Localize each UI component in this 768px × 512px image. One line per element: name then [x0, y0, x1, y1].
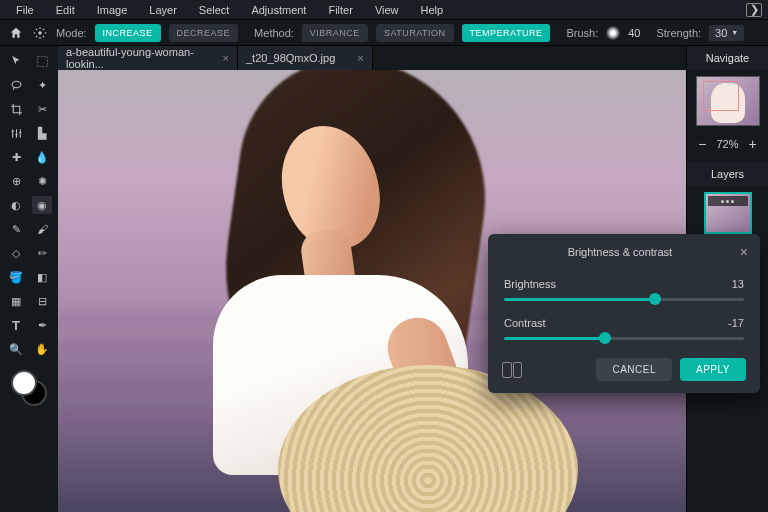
menu-view[interactable]: View — [365, 1, 409, 19]
svg-point-0 — [38, 31, 42, 35]
layer-thumbnail[interactable] — [704, 192, 752, 234]
fill-tool[interactable]: 🪣 — [6, 268, 26, 286]
brush-label: Brush: — [566, 27, 598, 39]
close-icon[interactable]: × — [223, 52, 229, 64]
method-temperature-button[interactable]: TEMPERATURE — [462, 24, 551, 42]
heal-tool[interactable]: ✚ — [6, 148, 26, 166]
method-vibrance-button[interactable]: VIBRANCE — [302, 24, 368, 42]
menu-adjustment[interactable]: Adjustment — [241, 1, 316, 19]
svg-point-2 — [12, 81, 21, 88]
navigate-panel-title: Navigate — [687, 46, 768, 70]
mode-increase-button[interactable]: INCREASE — [95, 24, 161, 42]
gear-icon[interactable] — [32, 25, 48, 41]
cut-tool[interactable]: ✂ — [32, 100, 52, 118]
cancel-button[interactable]: CANCEL — [596, 358, 672, 381]
blur-tool[interactable]: 💧 — [32, 148, 52, 166]
menu-bar: File Edit Image Layer Select Adjustment … — [0, 0, 768, 20]
menu-edit[interactable]: Edit — [46, 1, 85, 19]
brush-size-value: 40 — [628, 27, 640, 39]
brush-tool[interactable]: 🖌 — [32, 220, 52, 238]
close-icon[interactable]: × — [357, 52, 363, 64]
clone-tool[interactable]: ⊟ — [32, 292, 52, 310]
strength-label: Strength: — [656, 27, 701, 39]
color-swatches[interactable] — [11, 370, 47, 406]
text-tool[interactable]: T — [6, 316, 26, 334]
menu-help[interactable]: Help — [411, 1, 454, 19]
sponge-tool[interactable]: ◉ — [32, 196, 52, 214]
hand-tool[interactable]: ✋ — [32, 340, 52, 358]
wand-tool[interactable]: ✦ — [32, 76, 52, 94]
menu-layer[interactable]: Layer — [139, 1, 187, 19]
canvas-image — [138, 70, 498, 512]
menu-select[interactable]: Select — [189, 1, 240, 19]
layers-panel-title: Layers — [687, 162, 768, 186]
eraser-tool[interactable]: ◇ — [6, 244, 26, 262]
menu-image[interactable]: Image — [87, 1, 138, 19]
contrast-value: -17 — [728, 317, 744, 329]
pen-tool[interactable]: ✒ — [32, 316, 52, 334]
document-tabs: a-beautiful-young-woman-lookin...× _t20_… — [58, 46, 686, 70]
disperse-tool[interactable]: ✺ — [32, 172, 52, 190]
shape-tool[interactable]: ▦ — [6, 292, 26, 310]
method-label: Method: — [254, 27, 294, 39]
tool-palette: ✦ ✂ ▙ ✚💧 ⊕✺ ◐◉ ✎🖌 ◇✏ 🪣◧ ▦⊟ T✒ 🔍✋ — [0, 46, 58, 512]
brush-preview-icon[interactable] — [606, 26, 620, 40]
levels-tool[interactable]: ▙ — [32, 124, 52, 142]
zoom-value: 72% — [716, 138, 738, 150]
zoom-out-button[interactable]: − — [698, 136, 706, 152]
contrast-label: Contrast — [504, 317, 546, 329]
gradient-tool[interactable]: ◧ — [32, 268, 52, 286]
dodge-tool[interactable]: ◐ — [6, 196, 26, 214]
svg-rect-1 — [37, 56, 47, 66]
brightness-slider[interactable] — [504, 298, 744, 301]
close-icon[interactable]: × — [740, 244, 748, 260]
tab-0[interactable]: a-beautiful-young-woman-lookin...× — [58, 46, 238, 70]
pencil-tool[interactable]: ✏ — [32, 244, 52, 262]
marquee-tool[interactable] — [32, 52, 52, 70]
zoom-tool[interactable]: 🔍 — [6, 340, 26, 358]
contrast-slider[interactable] — [504, 337, 744, 340]
mode-decrease-button[interactable]: DECREASE — [169, 24, 239, 42]
crop-tool[interactable] — [6, 100, 26, 118]
strength-input[interactable]: 30▼ — [709, 25, 744, 41]
liquify-tool[interactable]: ⊕ — [6, 172, 26, 190]
brightness-value: 13 — [732, 278, 744, 290]
menu-filter[interactable]: Filter — [318, 1, 362, 19]
zoom-in-button[interactable]: + — [749, 136, 757, 152]
brightness-contrast-dialog: Brightness & contrast× Brightness13 Cont… — [488, 234, 760, 393]
move-tool[interactable] — [6, 52, 26, 70]
dialog-title: Brightness & contrast — [500, 246, 740, 258]
tab-1[interactable]: _t20_98QmxO.jpg× — [238, 46, 373, 70]
options-bar: Mode: INCREASE DECREASE Method: VIBRANCE… — [0, 20, 768, 46]
menu-file[interactable]: File — [6, 1, 44, 19]
lasso-tool[interactable] — [6, 76, 26, 94]
adjust-tool[interactable] — [6, 124, 26, 142]
brightness-label: Brightness — [504, 278, 556, 290]
mode-label: Mode: — [56, 27, 87, 39]
compare-icon[interactable] — [502, 362, 522, 378]
apply-button[interactable]: APPLY — [680, 358, 746, 381]
eyedropper-tool[interactable]: ✎ — [6, 220, 26, 238]
method-saturation-button[interactable]: SATURATION — [376, 24, 454, 42]
collapse-icon[interactable]: ❯ — [746, 3, 762, 17]
navigator-thumbnail[interactable] — [696, 76, 760, 126]
home-icon[interactable] — [8, 25, 24, 41]
